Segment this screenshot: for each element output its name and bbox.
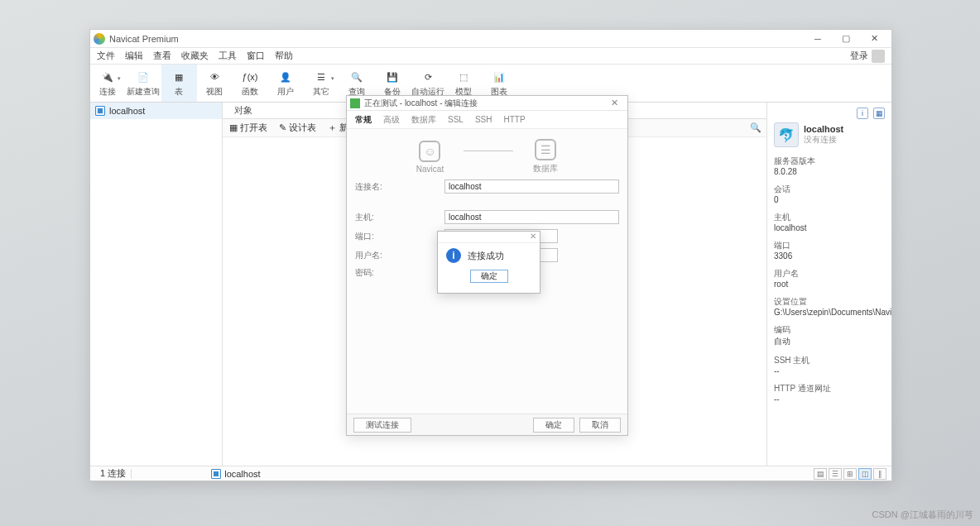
menu-window[interactable]: 窗口: [247, 50, 265, 62]
menu-file[interactable]: 文件: [97, 50, 115, 62]
info-panel: i ▦ 🐬 localhost 没有连接 服务器版本8.0.28会话0主机loc…: [767, 103, 891, 466]
btn-open-table[interactable]: ▦打开表: [229, 122, 267, 134]
dialog-icon: [350, 98, 360, 108]
tab-objects[interactable]: 对象: [226, 104, 261, 117]
minimize-button[interactable]: ─: [804, 31, 832, 47]
menu-favorites[interactable]: 收藏夹: [181, 50, 209, 62]
test-connection-button[interactable]: 测试连接: [353, 418, 411, 433]
message-box: ✕ i 连接成功 确定: [437, 231, 540, 294]
avatar-icon: [872, 50, 885, 63]
tab-ssh[interactable]: SSH: [475, 115, 492, 124]
connect-icon: 🔌: [98, 69, 117, 85]
tab-general[interactable]: 常规: [355, 114, 372, 126]
chevron-down-icon: ▾: [118, 75, 121, 82]
input-host[interactable]: [444, 210, 619, 224]
info-key: 编码: [774, 324, 885, 336]
chevron-down-icon: ▾: [331, 75, 334, 82]
label-conn-name: 连接名:: [355, 181, 444, 193]
info-value: --: [774, 366, 885, 375]
msgbox-close-button[interactable]: ✕: [530, 232, 536, 242]
dialog-titlebar: 正在测试 - localhost - 编辑连接 ✕: [347, 96, 627, 111]
info-name: localhost: [804, 124, 843, 134]
tab-database[interactable]: 数据库: [411, 114, 436, 126]
search-icon[interactable]: 🔍: [750, 122, 761, 133]
properties-icon[interactable]: ▦: [873, 108, 885, 119]
menu-view[interactable]: 查看: [153, 50, 171, 62]
info-value: G:\Users\zepin\Documents\Navicat\My: [774, 308, 885, 317]
menu-tools[interactable]: 工具: [219, 50, 237, 62]
dialog-footer: 测试连接 确定 取消: [347, 414, 627, 435]
info-key: 用户名: [774, 268, 885, 280]
msgbox-text: 连接成功: [468, 250, 504, 262]
dialog-title: 正在测试 - localhost - 编辑连接: [364, 98, 604, 109]
info-value: --: [774, 394, 885, 404]
user-icon: 👤: [276, 69, 295, 85]
connection-tree-item[interactable]: localhost: [90, 103, 222, 119]
tab-ssl[interactable]: SSL: [448, 115, 464, 124]
info-row: 端口3306: [774, 240, 885, 261]
app-logo-icon: [94, 33, 105, 45]
label-user: 用户名:: [355, 250, 444, 261]
maximize-button[interactable]: ▢: [832, 31, 860, 47]
info-icon: i: [446, 248, 461, 263]
tab-advanced[interactable]: 高级: [383, 114, 400, 126]
dialog-tabs: 常规 高级 数据库 SSL SSH HTTP: [347, 111, 627, 129]
input-conn-name[interactable]: [444, 179, 619, 194]
view-split-icon[interactable]: ∥: [873, 468, 886, 480]
info-icon[interactable]: i: [857, 108, 868, 119]
cancel-button[interactable]: 取消: [579, 418, 621, 433]
app-title: Navicat Premium: [109, 34, 804, 44]
menu-help[interactable]: 帮助: [275, 50, 293, 62]
toolbar-table[interactable]: ▦表: [161, 65, 197, 102]
toolbar-other[interactable]: ☰▾其它: [304, 65, 339, 102]
info-key: SSH 主机: [774, 355, 885, 366]
view-icon: 👁: [205, 69, 223, 85]
dialog-close-button[interactable]: ✕: [604, 98, 624, 108]
btn-design-table[interactable]: ✎设计表: [279, 122, 316, 134]
query-icon: 🔍: [348, 69, 366, 85]
menu-edit[interactable]: 编辑: [125, 50, 143, 62]
info-header: 🐬 localhost 没有连接: [774, 122, 885, 147]
info-row: 用户名root: [774, 268, 885, 289]
login-area[interactable]: 登录: [850, 50, 885, 63]
label-host: 主机:: [355, 212, 444, 223]
msgbox-ok-button[interactable]: 确定: [470, 270, 508, 283]
info-value: localhost: [774, 223, 885, 232]
toolbar-function[interactable]: ƒ(x)函数: [233, 65, 268, 102]
table-icon: ▦: [170, 69, 188, 85]
view-panel-icon[interactable]: ◫: [858, 468, 872, 480]
info-key: 会话: [774, 184, 885, 195]
login-label: 登录: [850, 50, 868, 62]
view-details-icon[interactable]: ☰: [829, 468, 842, 480]
toolbar-view[interactable]: 👁视图: [197, 65, 233, 102]
info-key: 设置位置: [774, 296, 885, 308]
info-value: 8.0.28: [774, 167, 885, 176]
tab-http[interactable]: HTTP: [503, 115, 525, 124]
info-row: 服务器版本8.0.28: [774, 155, 885, 176]
other-icon: ☰: [312, 69, 330, 85]
info-value: 自动: [774, 336, 885, 347]
info-row: 会话0: [774, 184, 885, 204]
database-icon: [211, 469, 221, 479]
info-key: 服务器版本: [774, 155, 885, 167]
toolbar-connect[interactable]: 🔌▾连接: [90, 65, 126, 102]
connection-name: localhost: [109, 106, 145, 116]
view-list-icon[interactable]: ▤: [814, 468, 827, 480]
info-sub: 没有连接: [804, 134, 843, 146]
label-password: 密码:: [355, 267, 444, 279]
titlebar: Navicat Premium ─ ▢ ✕: [90, 30, 891, 48]
label-port: 端口:: [355, 231, 444, 242]
toolbar-user[interactable]: 👤用户: [268, 65, 304, 102]
info-row: 设置位置G:\Users\zepin\Documents\Navicat\My: [774, 296, 885, 317]
view-er-icon[interactable]: ⊞: [843, 468, 857, 480]
toolbar-new-query[interactable]: 📄新建查询: [126, 65, 161, 102]
info-key: 主机: [774, 212, 885, 223]
mysql-icon: 🐬: [774, 122, 799, 147]
watermark: CSDN @江城暮雨的川芎: [872, 509, 973, 521]
ok-button[interactable]: 确定: [533, 418, 574, 433]
statusbar: 1 连接 localhost ▤ ☰ ⊞ ◫ ∥: [90, 466, 891, 481]
close-button[interactable]: ✕: [860, 31, 888, 47]
view-mode-switcher: ▤ ☰ ⊞ ◫ ∥: [814, 468, 886, 480]
connection-graphic: ☺Navicat ☰数据库: [355, 139, 619, 175]
info-value: 3306: [774, 251, 885, 261]
